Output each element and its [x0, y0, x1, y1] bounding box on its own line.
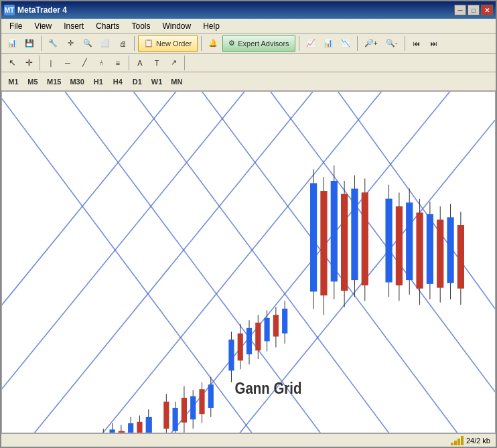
- menu-insert[interactable]: Insert: [58, 20, 89, 32]
- svg-rect-32: [119, 431, 125, 433]
- close-button[interactable]: ✕: [481, 5, 493, 15]
- text-icon: A: [137, 59, 142, 67]
- new-order-button[interactable]: 📋 New Order: [138, 35, 198, 52]
- svg-rect-68: [320, 191, 327, 295]
- arrow-tool[interactable]: ↗: [165, 55, 182, 71]
- svg-rect-88: [437, 220, 443, 288]
- tf-d1[interactable]: D1: [128, 74, 147, 89]
- svg-rect-64: [282, 309, 287, 333]
- text-label-icon: T: [155, 59, 159, 67]
- navigate-icon: ✛: [68, 39, 74, 48]
- scroll-back-btn[interactable]: ⏮: [409, 35, 425, 52]
- svg-rect-42: [173, 408, 178, 431]
- chart-candle-btn[interactable]: 📊: [320, 35, 336, 52]
- cursor-tool[interactable]: ↖: [4, 55, 20, 71]
- pitchfork-tool[interactable]: ⑃: [93, 55, 109, 71]
- svg-rect-84: [416, 212, 423, 288]
- signal-bar-3: [457, 439, 460, 445]
- properties-button[interactable]: ⬜: [97, 35, 113, 52]
- text-label-tool[interactable]: T: [149, 55, 165, 71]
- toolbar-main: 📊 💾 🔧 ✛ 🔍 ⬜ 🖨 📋 New Order 🔔: [1, 33, 496, 54]
- vline-icon: |: [50, 59, 52, 67]
- separator-4: [299, 36, 299, 51]
- svg-rect-86: [427, 214, 433, 284]
- svg-rect-54: [238, 333, 243, 360]
- chart-area[interactable]: Gann Grid: [1, 91, 496, 433]
- arrow-icon: ↗: [171, 58, 177, 67]
- title-bar-left: MT MetaTrader 4: [4, 5, 67, 15]
- scroll-fwd-btn[interactable]: ⏭: [426, 35, 442, 52]
- print-button[interactable]: 🖨: [115, 35, 131, 52]
- status-bar: 24/2 kb: [1, 433, 496, 447]
- channel-icon: ≡: [116, 59, 120, 67]
- title-bar: MT MetaTrader 4 ─ □ ✕: [1, 1, 496, 19]
- tf-w1[interactable]: W1: [147, 74, 167, 89]
- expert-advisors-label: Expert Advisors: [238, 40, 289, 48]
- new-chart-button[interactable]: 📊: [4, 35, 20, 52]
- svg-rect-46: [190, 396, 196, 420]
- menu-charts[interactable]: Charts: [90, 20, 125, 32]
- minimize-button[interactable]: ─: [454, 5, 466, 15]
- app-icon-text: MT: [5, 7, 14, 14]
- profiles-button[interactable]: 🔧: [45, 35, 61, 52]
- svg-rect-76: [362, 192, 368, 285]
- hline-tool[interactable]: ─: [60, 55, 76, 71]
- svg-rect-44: [182, 398, 187, 423]
- chart-line-btn[interactable]: 📉: [338, 35, 354, 52]
- svg-rect-30: [109, 429, 115, 433]
- chart-bar-icon: 📈: [306, 39, 315, 48]
- crosshair-icon: ✛: [25, 58, 33, 68]
- svg-rect-92: [457, 225, 464, 289]
- svg-rect-58: [255, 323, 261, 351]
- tf-m30[interactable]: M30: [66, 74, 88, 89]
- svg-rect-78: [385, 199, 392, 283]
- navigate-button[interactable]: ✛: [62, 35, 78, 52]
- zoom-out-btn[interactable]: 🔍-: [382, 35, 401, 52]
- separator-1: [41, 36, 42, 51]
- vline-tool[interactable]: |: [43, 55, 59, 71]
- menu-window[interactable]: Window: [157, 20, 197, 32]
- zoom-button[interactable]: 🔍: [80, 35, 96, 52]
- trading-icon-btn[interactable]: 🔔: [205, 35, 221, 52]
- menu-view[interactable]: View: [29, 20, 57, 32]
- menu-tools[interactable]: Tools: [127, 20, 156, 32]
- app-icon: MT: [4, 5, 15, 15]
- trendline-icon: ╱: [82, 58, 87, 67]
- expert-advisors-button[interactable]: ⚙ Expert Advisors: [222, 35, 295, 52]
- maximize-button[interactable]: □: [468, 5, 480, 15]
- hline-icon: ─: [65, 59, 70, 67]
- zoom-out-icon: 🔍-: [386, 39, 398, 48]
- zoom-icon: 🔍: [83, 39, 92, 48]
- svg-rect-48: [199, 389, 204, 414]
- menu-help[interactable]: Help: [198, 20, 225, 32]
- svg-rect-50: [208, 384, 214, 408]
- tf-mn[interactable]: MN: [167, 74, 186, 89]
- separator-2: [134, 36, 135, 51]
- tf-m15[interactable]: M15: [43, 74, 65, 89]
- svg-text:Gann Grid: Gann Grid: [235, 380, 302, 397]
- toolbar-drawing: ↖ ✛ | ─ ╱ ⑃ ≡ A T ↗: [1, 54, 496, 72]
- zoom-in-icon: 🔎+: [364, 39, 378, 48]
- svg-rect-66: [310, 183, 317, 292]
- text-tool[interactable]: A: [132, 55, 148, 71]
- channel-tool[interactable]: ≡: [110, 55, 126, 71]
- chart-line-icon: 📉: [341, 39, 350, 48]
- signal-bar-1: [451, 443, 453, 445]
- tf-h1[interactable]: H1: [89, 74, 108, 89]
- cursor-icon: ↖: [9, 58, 16, 68]
- svg-rect-56: [246, 328, 252, 354]
- open-account-button[interactable]: 💾: [21, 35, 38, 52]
- trendline-tool[interactable]: ╱: [76, 55, 92, 71]
- crosshair-tool[interactable]: ✛: [21, 55, 37, 71]
- zoom-in-btn[interactable]: 🔎+: [361, 35, 381, 52]
- tf-h4[interactable]: H4: [109, 74, 127, 89]
- main-window: MT MetaTrader 4 ─ □ ✕ File View Insert C…: [0, 0, 497, 448]
- svg-rect-52: [228, 340, 234, 370]
- chart-bar-btn[interactable]: 📈: [303, 35, 319, 52]
- tf-m5[interactable]: M5: [23, 74, 42, 89]
- menu-file[interactable]: File: [4, 20, 27, 32]
- window-title: MetaTrader 4: [17, 5, 67, 15]
- tf-m1[interactable]: M1: [4, 74, 23, 89]
- chart-svg: Gann Grid: [2, 92, 495, 433]
- svg-rect-60: [265, 318, 270, 342]
